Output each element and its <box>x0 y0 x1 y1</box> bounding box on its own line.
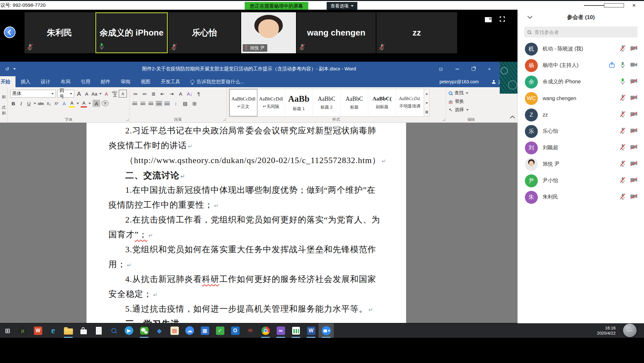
multilevel-list-button[interactable]: ≣ <box>150 90 157 97</box>
collapse-ribbon-icon[interactable] <box>510 116 515 121</box>
style-item[interactable]: AaBbCcDd.不明显强调 <box>396 89 424 116</box>
search-app-icon[interactable] <box>106 323 121 338</box>
tab-邮件[interactable]: 邮件 <box>96 76 116 87</box>
mic-muted-icon[interactable] <box>619 45 626 53</box>
video-tile[interactable]: 乐心怡 <box>169 12 240 53</box>
close-button[interactable]: ✕ <box>624 1 644 10</box>
character-shading-button[interactable]: A <box>93 100 100 107</box>
mic-muted-icon[interactable] <box>619 144 626 152</box>
camera-muted-icon[interactable] <box>630 111 638 118</box>
cloud-drive-icon[interactable]: ☁ <box>182 323 197 338</box>
participant-row[interactable]: 尹尹小怡 <box>518 172 644 189</box>
mic-muted-icon[interactable] <box>619 127 626 135</box>
text-effects-button[interactable]: A <box>61 100 67 107</box>
increase-indent-button[interactable]: ⇥ <box>169 90 175 97</box>
grow-font-button[interactable]: A <box>76 90 82 97</box>
tell-me-box[interactable]: 告诉我您想要做什么... <box>190 79 244 85</box>
view-options-dropdown[interactable]: 查看选项 <box>327 2 357 10</box>
account-email[interactable]: peterypz@163.com <box>439 79 479 84</box>
tab-设计[interactable]: 设计 <box>36 76 56 87</box>
phonetic-guide-button[interactable]: wén 文 <box>111 90 117 97</box>
underline-button[interactable]: U <box>26 100 32 107</box>
document-colored-icon[interactable]: ▤ <box>167 323 182 338</box>
select-button[interactable]: ↖ 选择 <box>449 106 494 113</box>
mic-muted-icon[interactable] <box>619 193 626 201</box>
blue-grid-app-icon[interactable]: ▦ <box>197 323 212 338</box>
font-name-select[interactable]: 黑体 <box>10 90 56 98</box>
italic-button[interactable]: I <box>18 100 24 107</box>
chrome-icon[interactable] <box>258 323 273 338</box>
word-minimize-button[interactable] <box>449 69 465 69</box>
dialog-launcher-icon[interactable] <box>443 119 445 121</box>
participant-row[interactable]: 刘刘颖超 <box>518 140 644 156</box>
highlight-color-button[interactable]: A <box>69 99 75 108</box>
camera-muted-icon[interactable] <box>630 78 638 85</box>
telegram-icon[interactable]: ▶ <box>121 323 137 338</box>
bullets-button[interactable]: ≔ <box>132 90 138 97</box>
store-icon[interactable] <box>76 323 91 338</box>
file-explorer-icon[interactable] <box>61 323 76 338</box>
mic-on-icon[interactable] <box>619 61 626 69</box>
font-size-select[interactable]: 四号 <box>57 90 74 98</box>
taskbar-clock[interactable]: 16:16 2020/4/22 <box>597 326 616 336</box>
clear-formatting-button[interactable]: A <box>103 90 109 97</box>
chevron-down-icon[interactable] <box>13 68 16 70</box>
shading-button[interactable]: ▨ <box>182 100 188 107</box>
style-item[interactable]: AaBbCcDdl↵正文 <box>230 89 257 116</box>
mic-muted-icon[interactable] <box>619 111 626 119</box>
camera-muted-icon[interactable] <box>630 194 638 201</box>
mic-muted-icon[interactable] <box>619 160 626 168</box>
chart-app-icon[interactable] <box>288 323 303 338</box>
replace-button[interactable]: ab 替换 <box>449 98 494 105</box>
style-item[interactable]: AaBbC标题 <box>341 89 368 116</box>
tab-布局[interactable]: 布局 <box>56 76 76 87</box>
numbering-button[interactable]: ≕ <box>141 90 148 97</box>
dialog-launcher-icon[interactable] <box>126 119 128 121</box>
word-restore-button[interactable] <box>465 67 481 71</box>
shrink-font-button[interactable]: A <box>84 90 90 97</box>
participant-row[interactable]: 旭悦 尹 <box>518 156 644 172</box>
mic-muted-icon[interactable] <box>619 94 626 102</box>
edge-icon[interactable]: e <box>46 323 61 338</box>
superscript-button[interactable]: X² <box>53 100 59 107</box>
participant-row[interactable]: 余余成义的 iPhone <box>518 74 644 90</box>
notepad-icon[interactable] <box>91 323 106 338</box>
video-tile[interactable]: 余成义的 iPhone <box>95 12 168 53</box>
video-tile[interactable]: 朱利民 <box>25 12 95 53</box>
mic-muted-icon[interactable] <box>619 177 626 185</box>
bold-button[interactable]: B <box>10 100 16 107</box>
asian-layout-button[interactable]: A <box>178 90 184 97</box>
outlook-icon[interactable]: O <box>228 323 243 338</box>
line-spacing-button[interactable]: ↕ <box>173 100 179 107</box>
participant-row[interactable]: 机机动 - 陈晓波 (我) <box>518 41 644 57</box>
change-case-button[interactable]: Aa <box>91 90 97 97</box>
style-gallery-scroll[interactable] <box>424 89 430 117</box>
align-left-icon[interactable] <box>132 102 137 105</box>
word-icon[interactable]: W <box>303 323 319 338</box>
sort-button[interactable]: A↓ <box>187 90 193 97</box>
subscript-button[interactable]: X₂ <box>46 100 52 107</box>
utorrent-icon[interactable]: µ <box>15 323 30 338</box>
tab-开始[interactable]: 开始 <box>0 76 15 87</box>
participant-row[interactable]: WCwang chengen <box>518 90 644 107</box>
dialog-launcher-icon[interactable] <box>223 119 225 121</box>
find-button[interactable]: 查找 <box>449 89 494 97</box>
document-page[interactable]: 2.习近平总书记在中央政治局常委会会议研究应对新型冠状病毒肺炎疫情工作时的讲话↵… <box>87 123 406 323</box>
security-shield-icon[interactable]: ✓ <box>212 323 228 338</box>
align-right-icon[interactable] <box>148 102 153 105</box>
tab-引用[interactable]: 引用 <box>76 76 96 87</box>
participant-row[interactable]: Zzz <box>518 107 644 123</box>
show-marks-button[interactable]: ¶ <box>196 90 202 97</box>
camera-muted-icon[interactable] <box>630 144 638 151</box>
decrease-indent-button[interactable]: ⇤ <box>159 90 166 97</box>
tab-插入[interactable]: 插入 <box>15 76 36 87</box>
word-close-button[interactable]: × <box>481 67 497 72</box>
align-center-icon[interactable] <box>140 102 145 105</box>
style-item[interactable]: AaBbC(副标题 <box>368 89 396 116</box>
visual-studio-icon[interactable]: ∞ <box>273 323 288 338</box>
wps-writer-icon[interactable]: W <box>30 323 46 338</box>
tab-开发工具[interactable]: 开发工具 <box>156 76 185 87</box>
style-item[interactable]: AaBbC标题 2 <box>313 89 341 116</box>
video-tile[interactable]: 旭悦 尹 <box>241 12 296 53</box>
tab-视图[interactable]: 视图 <box>136 76 156 87</box>
